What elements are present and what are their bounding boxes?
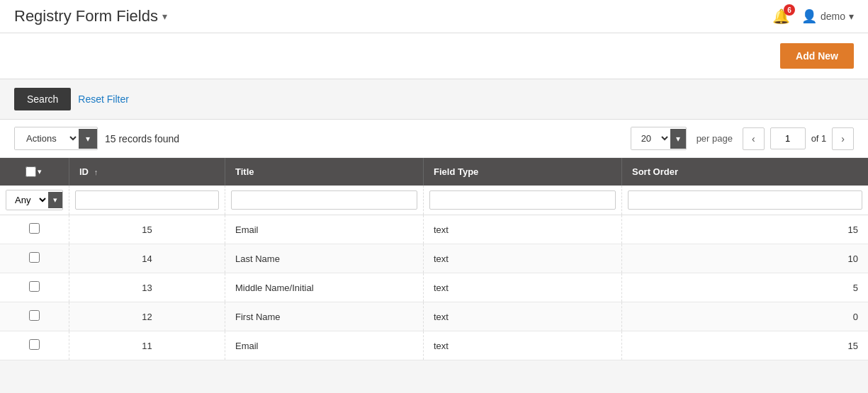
row-sort-order: 10 [622,244,869,273]
table-row: 15 Email text 15 [0,215,868,244]
pagination-prev-button[interactable]: ‹ [743,127,765,150]
search-button[interactable]: Search [14,88,71,110]
table-row: 14 Last Name text 10 [0,244,868,273]
data-table: ▾ ID ↑ Title Field Type Sort Order [0,158,868,360]
row-title: Email [225,215,424,244]
table-body: 15 Email text 15 14 Last Name text 10 13… [0,215,868,360]
user-menu[interactable]: 👤 demo ▾ [801,8,854,24]
filter-id-input[interactable] [75,190,219,210]
user-icon: 👤 [801,8,817,24]
row-sort-order: 5 [622,273,869,302]
page-title: Registry Form Fields ▾ [14,7,167,25]
table-row: 12 First Name text 0 [0,302,868,331]
filter-id-cell [69,186,225,215]
toolbar-area: Add New [0,33,868,79]
filter-title-cell [225,186,424,215]
th-checkbox: ▾ [0,158,69,186]
per-page-select-wrap: 20 ▾ [631,127,687,150]
th-title-label: Title [235,166,254,177]
pagination-next-button[interactable]: › [832,127,854,150]
row-checkbox[interactable] [29,223,40,234]
filter-row: Search Reset Filter [0,79,868,120]
records-count: 15 records found [105,133,179,144]
row-checkbox-cell [0,215,69,244]
row-field-type: text [424,273,622,302]
actions-left: Actions ▾ 15 records found [14,127,179,150]
row-field-type: text [424,244,622,273]
filter-sort-order-input[interactable] [628,190,862,210]
row-id: 13 [69,273,225,302]
row-title: First Name [225,302,424,331]
row-title: Last Name [225,244,424,273]
user-caret-icon: ▾ [849,11,854,22]
th-id[interactable]: ID ↑ [69,158,225,186]
row-id: 12 [69,302,225,331]
pagination-controls: 20 ▾ per page ‹ of 1 › [631,127,854,150]
reset-filter-button[interactable]: Reset Filter [78,93,129,105]
per-page-select[interactable]: 20 [631,127,670,149]
row-title: Middle Name/Initial [225,273,424,302]
filter-inputs-row: Any ▾ [0,186,868,215]
actions-select[interactable]: Actions [15,127,79,149]
row-id: 11 [69,331,225,360]
top-header: Registry Form Fields ▾ 🔔 6 👤 demo ▾ [0,0,868,33]
user-label: demo [821,11,845,22]
pagination-current-page[interactable] [770,127,806,149]
filter-sort-order-cell [622,186,869,215]
row-checkbox-cell [0,331,69,360]
filter-field-type-input[interactable] [429,190,616,210]
pagination-total: of 1 [811,133,827,144]
row-sort-order: 15 [622,331,869,360]
table-row: 11 Email text 15 [0,331,868,360]
any-caret-button[interactable]: ▾ [48,192,62,208]
actions-caret-button[interactable]: ▾ [79,129,97,149]
actions-bar: Actions ▾ 15 records found 20 ▾ per page… [0,120,868,158]
notification-badge: 6 [784,4,795,16]
notification-bell[interactable]: 🔔 6 [772,8,790,25]
row-checkbox[interactable] [29,339,40,350]
row-field-type: text [424,302,622,331]
filter-checkbox-cell: Any ▾ [0,186,69,215]
row-checkbox[interactable] [29,252,40,263]
row-checkbox[interactable] [29,281,40,292]
page-title-text: Registry Form Fields [14,7,158,25]
th-sort-order-label: Sort Order [632,166,678,177]
add-new-button[interactable]: Add New [780,43,854,69]
actions-dropdown: Actions ▾ [14,127,98,150]
row-field-type: text [424,215,622,244]
filter-title-input[interactable] [231,190,417,210]
row-checkbox-cell [0,273,69,302]
per-page-label: per page [697,133,733,144]
row-title: Email [225,331,424,360]
per-page-caret-button[interactable]: ▾ [670,129,686,149]
table-container: ▾ ID ↑ Title Field Type Sort Order [0,158,868,360]
table-row: 13 Middle Name/Initial text 5 [0,273,868,302]
row-id: 14 [69,244,225,273]
th-title[interactable]: Title [225,158,424,186]
id-sort-icon: ↑ [94,168,98,176]
th-field-type[interactable]: Field Type [424,158,622,186]
row-id: 15 [69,215,225,244]
table-header-row: ▾ ID ↑ Title Field Type Sort Order [0,158,868,186]
th-id-label: ID [79,166,89,177]
select-all-caret-button[interactable]: ▾ [36,167,43,176]
row-checkbox-cell [0,244,69,273]
th-sort-order[interactable]: Sort Order [622,158,869,186]
th-field-type-label: Field Type [434,166,478,177]
any-select[interactable]: Any [6,190,48,210]
filter-field-type-cell [424,186,622,215]
row-sort-order: 15 [622,215,869,244]
row-checkbox-cell [0,302,69,331]
row-field-type: text [424,331,622,360]
select-all-checkbox[interactable] [26,166,36,177]
header-right: 🔔 6 👤 demo ▾ [772,8,854,25]
row-checkbox[interactable] [29,310,40,321]
any-select-wrap: Any ▾ [6,190,63,210]
page-title-caret[interactable]: ▾ [162,11,167,22]
row-sort-order: 0 [622,302,869,331]
